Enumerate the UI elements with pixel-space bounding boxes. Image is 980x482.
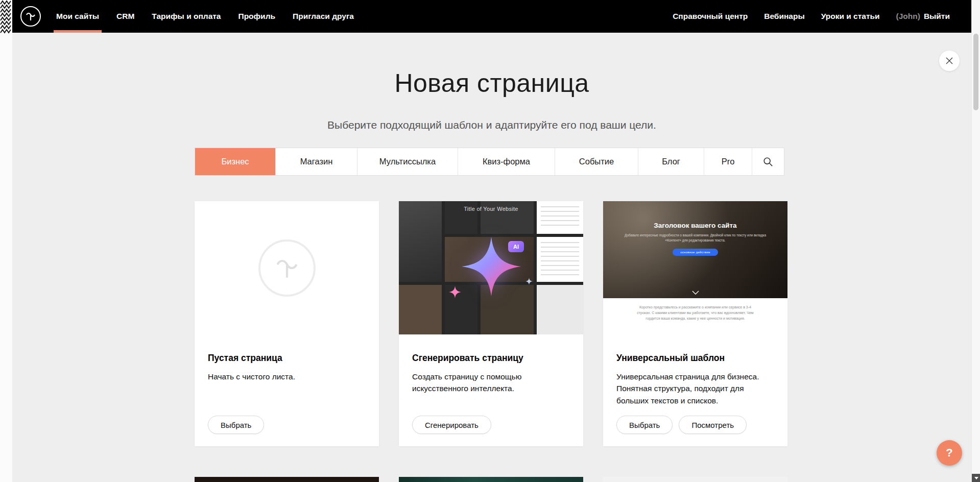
collage-tile — [537, 237, 583, 282]
card-description: Создать страницу с помощью искусственног… — [412, 371, 570, 395]
tilde-glyph-icon — [273, 254, 301, 282]
nav-help-center[interactable]: Справочный центр — [673, 0, 748, 33]
card-actions: Выбрать Посмотреть — [616, 416, 747, 434]
tab-business[interactable]: Бизнес — [195, 148, 275, 175]
tab-pro[interactable]: Pro — [704, 148, 752, 175]
tab-search[interactable] — [752, 148, 784, 175]
tab-label: Квиз-форма — [483, 157, 530, 166]
ai-badge: AI — [508, 241, 524, 252]
card-actions: Сгенерировать — [412, 416, 491, 434]
card-actions: Выбрать — [208, 416, 264, 434]
template-preview-image: Заголовок вашего сайта Добавьте интересн… — [603, 201, 787, 334]
card-blank-page: Пустая страница Начать с чистого листа. … — [195, 201, 379, 446]
top-navbar: Мои сайты CRM Тарифы и оплата Профиль Пр… — [12, 0, 971, 33]
tab-event[interactable]: Событие — [555, 148, 638, 175]
collage-tile — [399, 285, 442, 334]
choose-button[interactable]: Выбрать — [616, 416, 673, 434]
nav-lessons[interactable]: Уроки и статьи — [821, 0, 880, 33]
template-card-partial[interactable] — [399, 477, 583, 482]
close-icon — [945, 57, 953, 65]
app-window: Мои сайты CRM Тарифы и оплата Профиль Пр… — [0, 0, 980, 482]
nav-profile[interactable]: Профиль — [238, 0, 275, 33]
nav-label: Профиль — [238, 12, 275, 21]
tab-label: Pro — [722, 157, 735, 166]
template-hero: Заголовок вашего сайта Добавьте интересн… — [603, 201, 787, 298]
card-title: Сгенерировать страницу — [412, 353, 570, 364]
tab-label: Событие — [579, 157, 614, 166]
logout-link[interactable]: (John) Выйти — [896, 0, 950, 33]
generate-button[interactable]: Сгенерировать — [412, 416, 491, 434]
scrollbar-thumb[interactable] — [973, 34, 978, 110]
ai-sparkle-small-icon — [449, 286, 461, 298]
choose-button[interactable]: Выбрать — [208, 416, 264, 434]
nav-label: Справочный центр — [673, 12, 748, 21]
card-title: Пустая страница — [208, 353, 366, 364]
template-category-tabs: Бизнес Магазин Мультиссылка Квиз-форма С… — [195, 148, 784, 176]
nav-label: Уроки и статьи — [821, 12, 880, 21]
tilda-logo[interactable] — [20, 6, 41, 27]
scrollbar-down-arrow[interactable] — [972, 474, 980, 482]
ai-preview-image: Title of Your Website — [399, 201, 583, 334]
nav-webinars[interactable]: Вебинары — [764, 0, 804, 33]
collage-tile — [537, 285, 583, 334]
nav-label: Пригласи друга — [293, 12, 354, 21]
nav-invite-friend[interactable]: Пригласи друга — [293, 0, 354, 33]
close-button[interactable] — [939, 51, 960, 71]
tab-label: Мультиссылка — [379, 157, 436, 166]
nav-label: CRM — [116, 12, 134, 21]
template-cards-row: Пустая страница Начать с чистого листа. … — [195, 201, 787, 446]
card-body: Универсальный шаблон Универсальная стран… — [603, 334, 787, 406]
card-title: Универсальный шаблон — [616, 353, 774, 364]
card-universal-template: Заголовок вашего сайта Добавьте интересн… — [603, 201, 787, 446]
left-edge-decoration — [0, 0, 12, 482]
primary-nav: Мои сайты CRM Тарифы и оплата Профиль Пр… — [56, 0, 354, 33]
blank-page-preview — [195, 201, 379, 334]
secondary-nav: Справочный центр Вебинары Уроки и статьи… — [673, 0, 950, 33]
tilda-watermark-icon — [258, 239, 316, 297]
help-button[interactable]: ? — [937, 440, 962, 466]
card-description: Начать с чистого листа. — [208, 371, 366, 382]
card-description: Универсальная страница для бизнеса. Поня… — [616, 371, 774, 406]
tab-multilink[interactable]: Мультиссылка — [357, 148, 458, 175]
template-body-section: Коротко представьтесь и расскажите о ком… — [603, 298, 787, 334]
nav-label: Тарифы и оплата — [152, 12, 221, 21]
nav-label: Вебинары — [764, 12, 804, 21]
nav-label: Мои сайты — [56, 12, 99, 21]
zigzag-pattern-icon — [0, 0, 12, 34]
template-hero-title: Заголовок вашего сайта — [603, 201, 787, 229]
template-hero-button: основное действие — [673, 249, 718, 256]
tab-label: Магазин — [300, 157, 333, 166]
template-card-partial[interactable] — [603, 477, 787, 482]
template-card-partial[interactable] — [195, 477, 379, 482]
ai-sparkle-small-icon — [525, 278, 533, 285]
vertical-scrollbar — [971, 0, 980, 482]
card-body: Сгенерировать страницу Создать страницу … — [399, 334, 583, 395]
tilde-glyph-icon — [25, 10, 37, 22]
card-ai-generate: Title of Your Website — [399, 201, 583, 446]
page-title: Новая страница — [12, 69, 971, 98]
tab-quiz-form[interactable]: Квиз-форма — [458, 148, 555, 175]
search-icon — [763, 157, 773, 167]
collage-tile — [399, 201, 442, 282]
nav-tariffs[interactable]: Тарифы и оплата — [152, 0, 221, 33]
page-subtitle: Выберите подходящий шаблон и адаптируйте… — [12, 119, 971, 131]
template-hero-text: Добавьте интересные подробности о вашей … — [624, 233, 768, 243]
user-name: (John) — [896, 12, 920, 21]
tab-store[interactable]: Магазин — [275, 148, 357, 175]
nav-my-sites[interactable]: Мои сайты — [56, 0, 99, 33]
preview-site-title: Title of Your Website — [399, 206, 583, 212]
card-body: Пустая страница Начать с чистого листа. — [195, 334, 379, 382]
view-button[interactable]: Посмотреть — [679, 416, 747, 434]
tab-blog[interactable]: Блог — [638, 148, 704, 175]
template-body-text: Коротко представьтесь и расскажите о ком… — [636, 298, 754, 322]
chevron-down-icon — [692, 291, 699, 295]
logout-label: Выйти — [924, 12, 950, 21]
nav-crm[interactable]: CRM — [116, 0, 134, 33]
tab-label: Бизнес — [221, 157, 249, 166]
template-cards-row-2 — [195, 477, 787, 482]
tab-label: Блог — [662, 157, 680, 166]
